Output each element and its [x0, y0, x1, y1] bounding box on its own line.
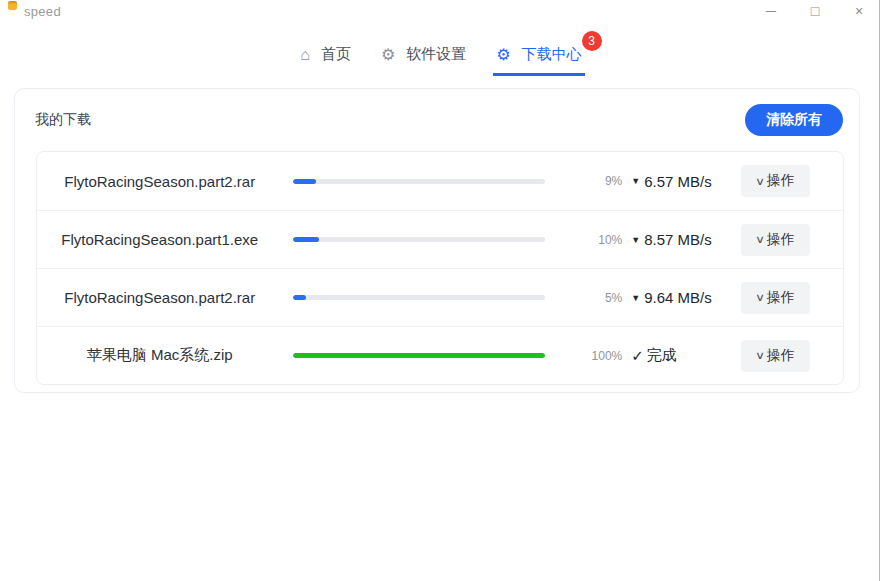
action-label: 操作	[767, 347, 795, 365]
chevron-down-icon: ∨	[755, 233, 765, 246]
clear-all-button[interactable]: 清除所有	[745, 104, 843, 136]
download-status: ▼ 9.64 MB/s	[631, 289, 740, 306]
chevron-down-icon: ∨	[755, 291, 765, 304]
tab-download-center[interactable]: ⚙ 下载中心 3	[493, 42, 584, 76]
chevron-down-icon: ∨	[755, 175, 765, 188]
window-controls: ─ □ ×	[764, 0, 866, 22]
download-progress	[293, 179, 545, 184]
action-label: 操作	[767, 289, 795, 307]
panel-header: 我的下载 清除所有	[15, 89, 859, 136]
download-percent: 10%	[545, 233, 622, 247]
progress-track	[293, 353, 545, 358]
download-count-badge: 3	[582, 31, 602, 51]
titlebar: speed ─ □ ×	[0, 0, 882, 22]
progress-track	[293, 295, 545, 300]
action-label: 操作	[767, 231, 795, 249]
panel-title: 我的下载	[35, 111, 91, 129]
app-logo-icon	[8, 1, 17, 10]
download-progress	[293, 353, 545, 358]
progress-fill	[293, 295, 306, 300]
action-button[interactable]: ∨ 操作	[741, 340, 810, 372]
download-percent: 9%	[545, 174, 622, 188]
progress-track	[293, 237, 545, 242]
status-text: 完成	[647, 346, 677, 365]
minimize-button[interactable]: ─	[764, 0, 778, 22]
download-row: 苹果电脑 Mac系统.zip 100% ✓ 完成 ∨ 操作	[37, 326, 843, 384]
status-text: 9.64 MB/s	[644, 289, 712, 306]
main-nav: ⌂ 首页 ⚙ 软件设置 ⚙ 下载中心 3	[0, 42, 882, 76]
download-filename: FlytoRacingSeason.part2.rar	[37, 289, 282, 306]
window-right-border	[879, 0, 880, 581]
chevron-down-icon: ∨	[755, 349, 765, 362]
download-filename: FlytoRacingSeason.part2.rar	[37, 173, 282, 190]
download-filename: FlytoRacingSeason.part1.exe	[37, 231, 282, 248]
download-status: ▼ 8.57 MB/s	[631, 231, 740, 248]
download-row: FlytoRacingSeason.part1.exe 10% ▼ 8.57 M…	[37, 210, 843, 268]
download-progress	[293, 237, 545, 242]
download-status: ▼ 6.57 MB/s	[631, 173, 740, 190]
downloads-panel: 我的下载 清除所有 FlytoRacingSeason.part2.rar 9%…	[14, 88, 860, 393]
download-arrow-icon: ▼	[631, 293, 640, 303]
action-label: 操作	[767, 172, 795, 190]
tab-software-settings-label: 软件设置	[406, 45, 466, 64]
download-filename: 苹果电脑 Mac系统.zip	[37, 346, 282, 365]
status-text: 6.57 MB/s	[644, 173, 712, 190]
status-text: 8.57 MB/s	[644, 231, 712, 248]
app-title: speed	[24, 4, 61, 19]
gear-icon: ⚙	[381, 47, 395, 63]
download-list: FlytoRacingSeason.part2.rar 9% ▼ 6.57 MB…	[36, 151, 844, 385]
tab-home[interactable]: ⌂ 首页	[297, 42, 354, 76]
progress-fill	[293, 237, 318, 242]
close-button[interactable]: ×	[852, 0, 866, 22]
progress-track	[293, 179, 545, 184]
action-button[interactable]: ∨ 操作	[741, 224, 810, 256]
tab-download-center-label: 下载中心	[522, 45, 582, 64]
download-percent: 5%	[545, 291, 622, 305]
maximize-button[interactable]: □	[808, 0, 822, 22]
gear-icon: ⚙	[496, 47, 510, 63]
tab-software-settings[interactable]: ⚙ 软件设置	[378, 42, 469, 76]
download-row: FlytoRacingSeason.part2.rar 5% ▼ 9.64 MB…	[37, 268, 843, 326]
download-progress	[293, 295, 545, 300]
tab-home-label: 首页	[321, 45, 351, 64]
check-icon: ✓	[631, 347, 644, 365]
action-button[interactable]: ∨ 操作	[741, 282, 810, 314]
download-percent: 100%	[545, 349, 622, 363]
download-row: FlytoRacingSeason.part2.rar 9% ▼ 6.57 MB…	[37, 152, 843, 210]
home-icon: ⌂	[300, 47, 310, 63]
download-arrow-icon: ▼	[631, 176, 640, 186]
progress-fill	[293, 353, 545, 358]
progress-fill	[293, 179, 316, 184]
download-arrow-icon: ▼	[631, 235, 640, 245]
download-status: ✓ 完成	[631, 346, 740, 365]
action-button[interactable]: ∨ 操作	[741, 165, 810, 197]
